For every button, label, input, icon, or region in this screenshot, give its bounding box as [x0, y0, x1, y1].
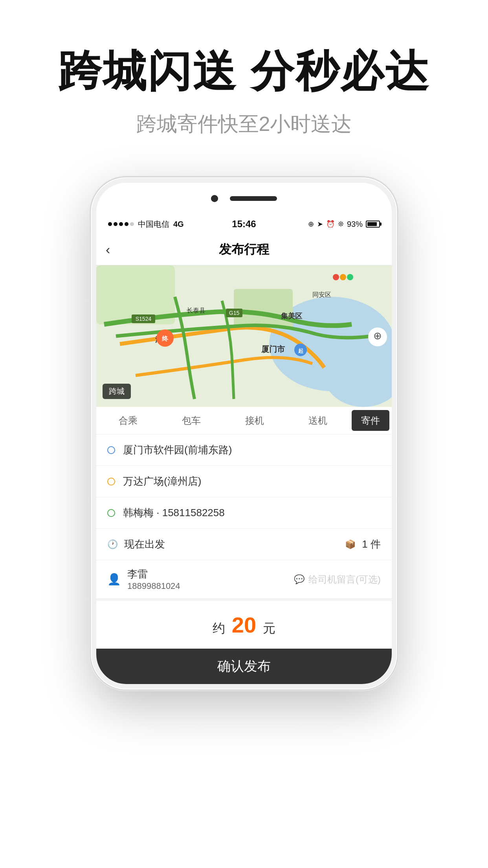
sender-section[interactable]: 👤 李雷 18899881024	[107, 567, 294, 591]
phone-screen: 中国电信 4G 15:46 ⊕ ➤ ⏰ ❊ 93% ‹ 发布行程	[96, 183, 392, 684]
user-row: 👤 李雷 18899881024 💬 给司机留言(可选)	[96, 560, 392, 599]
carrier-label: 中国电信	[138, 219, 169, 230]
nav-title: 发布行程	[219, 241, 269, 258]
destination-icon	[107, 478, 115, 485]
network-type: 4G	[173, 220, 184, 229]
contact-icon	[107, 509, 115, 517]
svg-text:厦门市: 厦门市	[261, 345, 285, 353]
sender-phone: 18899881024	[127, 581, 294, 591]
back-button[interactable]: ‹	[106, 242, 110, 257]
svg-rect-4	[234, 289, 293, 328]
svg-point-20	[347, 274, 353, 280]
form-area: 厦门市软件园(前埔东路) 万达广场(漳州店) 韩梅梅 · 15811582258…	[96, 434, 392, 599]
phone-speaker	[230, 196, 277, 201]
hero-subtitle: 跨城寄件快至2小时送达	[31, 110, 457, 138]
destination-row[interactable]: 万达广场(漳州店)	[96, 466, 392, 497]
tab-carpooling[interactable]: 合乘	[96, 407, 160, 434]
message-icon: 💬	[294, 574, 305, 585]
nav-bar: ‹ 发布行程	[96, 234, 392, 265]
pickup-row[interactable]: 厦门市软件园(前埔东路)	[96, 434, 392, 466]
hero-title: 跨城闪送 分秒必达	[31, 47, 457, 95]
contact-row[interactable]: 韩梅梅 · 15811582258	[96, 497, 392, 529]
battery-percent: 93%	[347, 220, 363, 229]
message-section[interactable]: 💬 给司机留言(可选)	[294, 573, 381, 586]
phone-mockup: 中国电信 4G 15:46 ⊕ ➤ ⏰ ❊ 93% ‹ 发布行程	[91, 177, 397, 690]
tab-bar: 合乘 包车 接机 送机 寄件	[96, 407, 392, 434]
contact-text: 韩梅梅 · 15811582258	[123, 506, 225, 520]
price-unit: 元	[263, 621, 275, 635]
svg-text:长泰县: 长泰县	[187, 307, 205, 314]
message-placeholder: 给司机留言(可选)	[308, 573, 381, 586]
signal-dots	[108, 222, 134, 226]
svg-text:集美区: 集美区	[281, 312, 302, 320]
status-time: 15:46	[232, 219, 256, 230]
svg-text:⊕: ⊕	[373, 330, 382, 342]
svg-text:G15: G15	[229, 310, 240, 316]
price-prefix: 约	[213, 621, 225, 635]
pickup-text: 厦门市软件园(前埔东路)	[123, 443, 232, 457]
status-right: ⊕ ➤ ⏰ ❊ 93%	[308, 220, 380, 229]
package-count-text: 1 件	[362, 537, 381, 551]
price-area: 约 20 元	[96, 599, 392, 649]
sender-name: 李雷	[127, 567, 294, 581]
clock-icon: 🕐	[107, 539, 118, 550]
svg-point-19	[340, 274, 346, 280]
user-info: 李雷 18899881024	[127, 567, 294, 591]
svg-point-18	[333, 274, 339, 280]
price-amount: 20	[232, 612, 256, 637]
svg-text:同安区: 同安区	[312, 291, 331, 298]
battery-icon	[366, 221, 380, 228]
phone-camera	[211, 195, 218, 202]
package-section[interactable]: 📦 1 件	[345, 537, 381, 551]
tab-pickup[interactable]: 接机	[223, 407, 286, 434]
tab-parcel[interactable]: 寄件	[352, 410, 389, 431]
svg-text:终: 终	[161, 335, 169, 342]
map-area[interactable]: S1524 G15 漳州 长泰县 集美区 厦门市 同安区 终 起	[96, 265, 392, 407]
depart-section[interactable]: 🕐 现在出发	[107, 537, 345, 551]
phone-container: 中国电信 4G 15:46 ⊕ ➤ ⏰ ❊ 93% ‹ 发布行程	[0, 154, 488, 690]
cross-city-badge: 跨城	[103, 384, 131, 399]
status-left: 中国电信 4G	[108, 219, 184, 230]
destination-text: 万达广场(漳州店)	[123, 474, 201, 488]
battery-fill	[367, 222, 377, 226]
svg-text:起: 起	[298, 348, 304, 354]
time-package-row: 🕐 现在出发 📦 1 件	[96, 529, 392, 560]
hero-section: 跨城闪送 分秒必达 跨城寄件快至2小时送达	[0, 0, 488, 154]
svg-text:S1524: S1524	[136, 316, 152, 322]
tab-charter[interactable]: 包车	[160, 407, 223, 434]
confirm-button[interactable]: 确认发布	[96, 649, 392, 684]
phone-top-bar	[96, 183, 392, 214]
status-bar: 中国电信 4G 15:46 ⊕ ➤ ⏰ ❊ 93%	[96, 214, 392, 234]
depart-time-text: 现在出发	[124, 537, 165, 551]
pickup-icon	[107, 446, 115, 454]
tab-dropoff[interactable]: 送机	[286, 407, 349, 434]
user-icon: 👤	[107, 573, 121, 586]
package-icon: 📦	[345, 539, 356, 550]
